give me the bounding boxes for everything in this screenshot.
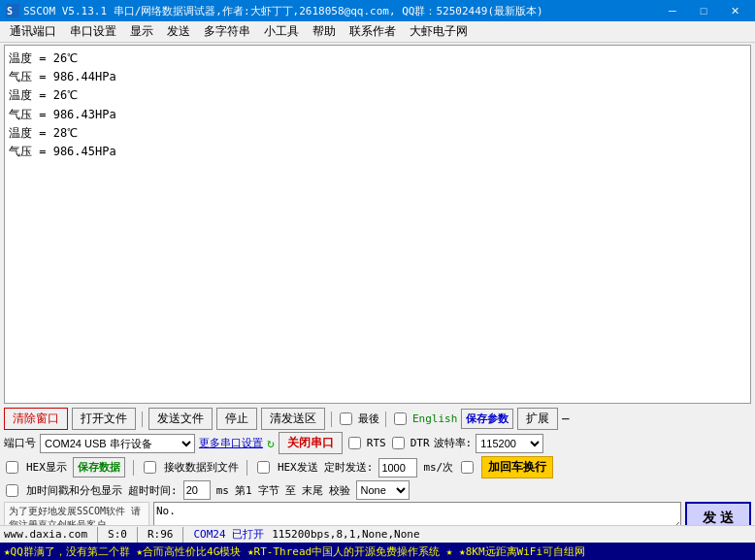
page-label: 第1 xyxy=(235,483,252,498)
rts-checkbox[interactable] xyxy=(348,437,361,449)
close-port-button[interactable]: 关闭串口 xyxy=(279,432,343,454)
hex-display-label: HEX显示 xyxy=(26,460,67,475)
rts-label: RTS xyxy=(367,437,386,449)
toolbar-row2: 端口号 COM24 USB 串行设备 更多串口设置 ↻ 关闭串口 RTS DTR… xyxy=(4,432,751,454)
menu-website[interactable]: 大虾电子网 xyxy=(404,21,474,42)
title-bar-controls: ─ □ ✕ xyxy=(658,2,749,19)
receive-to-file-checkbox[interactable] xyxy=(144,461,156,474)
refresh-icon[interactable]: ↻ xyxy=(267,436,275,450)
timeout-label: 超时时间: xyxy=(128,483,178,498)
add-return-button[interactable]: 加回车换行 xyxy=(481,456,553,478)
send-file-button[interactable]: 发送文件 xyxy=(148,408,213,430)
hex-send-checkbox[interactable] xyxy=(257,461,270,474)
hex-send-label: HEX发送 xyxy=(278,460,318,475)
stop-button[interactable]: 停止 xyxy=(216,408,257,430)
divider1 xyxy=(142,412,143,427)
last-label: 最後 xyxy=(358,412,379,426)
check-label: 校验 xyxy=(329,483,350,498)
timeout-input[interactable] xyxy=(183,480,211,500)
menu-send[interactable]: 发送 xyxy=(161,21,196,42)
save-params-button[interactable]: 保存参数 xyxy=(461,409,513,429)
timed-send-label: 定时发送: xyxy=(324,460,374,475)
menu-help[interactable]: 帮助 xyxy=(307,21,342,42)
to-label: 至 xyxy=(285,483,296,498)
ticker-text: ★QQ群满了，没有第二个群 ★合而高性价比4G模块 ★RT-Thread中国人的… xyxy=(4,544,585,559)
terminal-output: 温度 = 26℃气压 = 986.44HPa温度 = 26℃气压 = 986.4… xyxy=(4,45,751,404)
timed-send-enable-checkbox[interactable] xyxy=(461,461,474,474)
minimize-button[interactable]: ─ xyxy=(658,2,687,19)
more-port-settings-link[interactable]: 更多串口设置 xyxy=(199,436,263,450)
divider5 xyxy=(246,460,247,476)
divider2 xyxy=(331,412,332,427)
open-file-button[interactable]: 打开文件 xyxy=(72,408,136,430)
receive-to-file-label: 接收数据到文件 xyxy=(164,460,239,475)
port-settings: 115200bps,8,1,None,None xyxy=(272,528,419,541)
divider4 xyxy=(133,460,134,476)
title-bar-left: S SSCOM V5.13.1 串口/网络数据调试器,作者:大虾丁丁,26180… xyxy=(6,4,543,18)
menu-bar: 通讯端口 串口设置 显示 发送 多字符串 小工具 帮助 联系作者 大虾电子网 xyxy=(0,21,755,43)
timed-send-unit: ms/次 xyxy=(423,460,453,475)
baud-select[interactable]: 115200 xyxy=(476,434,543,453)
dtr-checkbox[interactable] xyxy=(392,437,405,449)
dtr-label: DTR xyxy=(410,437,430,449)
add-timestamp-checkbox[interactable] xyxy=(6,484,18,497)
menu-display[interactable]: 显示 xyxy=(124,21,159,42)
svg-text:S: S xyxy=(7,6,13,16)
expand-dash: ─ xyxy=(562,412,569,426)
clear-window-button[interactable]: 清除窗口 xyxy=(4,408,68,430)
menu-tools[interactable]: 小工具 xyxy=(258,21,305,42)
ms-label: ms xyxy=(216,484,229,497)
r-count: R:96 xyxy=(148,528,174,541)
hex-display-checkbox[interactable] xyxy=(6,461,18,474)
port-status: COM24 已打开 xyxy=(193,527,264,542)
divider3 xyxy=(385,412,386,427)
english-checkbox[interactable] xyxy=(394,412,407,425)
port-label: 端口号 xyxy=(4,436,36,450)
app-title: SSCOM V5.13.1 串口/网络数据调试器,作者:大虾丁丁,2618058… xyxy=(23,4,543,18)
menu-multistring[interactable]: 多字符串 xyxy=(198,21,256,42)
close-button[interactable]: ✕ xyxy=(720,2,749,19)
status-divider3 xyxy=(182,527,183,543)
check-select[interactable]: None xyxy=(356,480,410,500)
status-bar: www.daxia.com S:0 R:96 COM24 已打开 115200b… xyxy=(0,525,755,543)
tail-label: 末尾 xyxy=(302,483,323,498)
s-count: S:0 xyxy=(108,528,127,541)
toolbar-row3: HEX显示 保存数据 接收数据到文件 HEX发送 定时发送: ms/次 加回车换… xyxy=(4,456,751,478)
menu-port-settings[interactable]: 串口设置 xyxy=(64,21,122,42)
toolbar-row4: 加时间戳和分包显示 超时时间: ms 第1 字节 至 末尾 校验 None xyxy=(4,480,751,500)
menu-comport[interactable]: 通讯端口 xyxy=(4,21,62,42)
title-bar: S SSCOM V5.13.1 串口/网络数据调试器,作者:大虾丁丁,26180… xyxy=(0,0,755,21)
maximize-button[interactable]: □ xyxy=(689,2,718,19)
status-divider2 xyxy=(137,527,138,543)
last-checkbox[interactable] xyxy=(340,412,352,425)
port-select[interactable]: COM24 USB 串行设备 xyxy=(40,434,195,453)
toolbar-row1: 清除窗口 打开文件 发送文件 停止 清发送区 最後 English 保存参数 扩… xyxy=(4,408,751,430)
add-timestamp-label: 加时间戳和分包显示 xyxy=(26,483,122,498)
timed-send-input[interactable] xyxy=(378,458,417,478)
expand-button[interactable]: 扩展 xyxy=(517,408,558,430)
status-divider1 xyxy=(97,527,98,543)
menu-contact[interactable]: 联系作者 xyxy=(344,21,402,42)
save-data-button[interactable]: 保存数据 xyxy=(73,457,125,478)
ticker-bar: ★QQ群满了，没有第二个群 ★合而高性价比4G模块 ★RT-Thread中国人的… xyxy=(0,543,755,560)
bottom-controls: 清除窗口 打开文件 发送文件 停止 清发送区 最後 English 保存参数 扩… xyxy=(0,406,755,537)
byte-label: 字节 xyxy=(258,483,279,498)
clear-send-area-button[interactable]: 清发送区 xyxy=(261,408,325,430)
english-label: English xyxy=(412,412,457,425)
app-icon: S xyxy=(6,4,19,17)
website-label: www.daxia.com xyxy=(4,528,87,541)
baud-label: 波特率: xyxy=(434,436,473,450)
